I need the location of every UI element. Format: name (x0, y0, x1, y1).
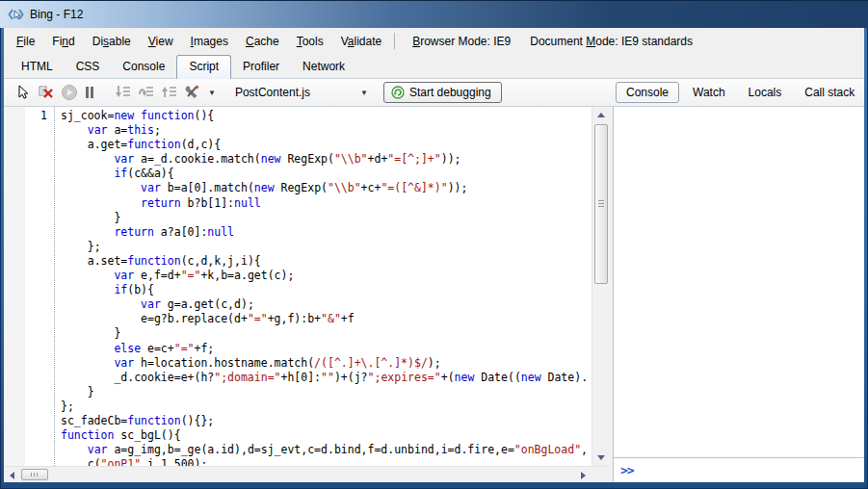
menu-item-file[interactable]: File (8, 31, 43, 52)
code-horizontal-scrollbar-row (4, 466, 610, 482)
code-line: var h=location.hostname.match(/([^.]+\.[… (61, 356, 592, 371)
line-number-gutter: 1 (25, 107, 55, 466)
app-icon (8, 8, 24, 21)
code-line: sc_fadeCb=function(){}; (61, 414, 592, 428)
panel-tab-watch[interactable]: Watch (683, 83, 735, 102)
code-line: return a?a[0]:null (61, 225, 592, 240)
continue-icon[interactable] (58, 82, 81, 103)
menu-item-validate[interactable]: Validate (332, 31, 391, 52)
vertical-scroll-track[interactable] (592, 285, 610, 450)
code-line: } (61, 211, 592, 225)
horizontal-scroll-track[interactable] (49, 467, 575, 482)
console-prompt: >> (620, 463, 634, 477)
code-line: c("onP1",i,1,500); (61, 457, 592, 466)
scroll-up-button[interactable] (592, 107, 610, 123)
window-title: Bing - F12 (30, 8, 83, 21)
code-line: if(c&&a){ (61, 167, 592, 181)
tab-console[interactable]: Console (111, 56, 176, 78)
pointer-icon[interactable] (12, 82, 35, 103)
tab-profiler[interactable]: Profiler (231, 56, 291, 78)
code-vertical-scrollbar[interactable] (592, 107, 610, 466)
code-line: var e,f=d+"="+k,b=a.get(c); (61, 269, 592, 283)
menu-item-view[interactable]: View (140, 31, 182, 52)
code-main: 1 sj_cook=new function(){ var a=this; a.… (4, 107, 610, 466)
app-body: FileFindDisableViewImagesCacheToolsValid… (4, 28, 864, 482)
tab-html[interactable]: HTML (10, 56, 65, 78)
script-toolbar: ▼ PostContent.js ▼ Start debugging Conso… (4, 79, 864, 106)
code-line: var a=this; (61, 123, 592, 138)
code-horizontal-scrollbar[interactable] (4, 467, 592, 482)
menu-separator (394, 33, 395, 49)
title-bar[interactable]: Bing - F12 (0, 0, 868, 28)
code-line: _d.cookie=e+(h?";domain="+h[0]:"")+(j?";… (61, 371, 592, 385)
menu-item-document-mode-ie9-standards[interactable]: Document Mode: IE9 standards (520, 31, 702, 52)
menu-item-cache[interactable]: Cache (237, 31, 288, 52)
step-into-icon[interactable] (112, 82, 135, 103)
code-line: return b?b[1]:null (61, 196, 592, 211)
scrollbar-corner (592, 467, 610, 482)
start-debugging-button[interactable]: Start debugging (383, 82, 502, 103)
scroll-left-button[interactable] (4, 467, 20, 482)
line-number: 1 (40, 109, 47, 122)
console-panel: >> (613, 107, 864, 482)
start-debugging-label: Start debugging (409, 86, 491, 99)
horizontal-scroll-thumb[interactable] (21, 469, 48, 480)
menu-item-tools[interactable]: Tools (288, 31, 332, 52)
menu-item-browser-mode-ie9[interactable]: Browser Mode: IE9 (403, 31, 520, 52)
f12-developer-tools-window: Bing - F12 FileFindDisableViewImagesCach… (0, 0, 868, 489)
start-debugging-icon (391, 86, 405, 99)
tab-css[interactable]: CSS (65, 56, 112, 78)
code-line: } (61, 385, 592, 399)
tools-dropdown-arrow[interactable]: ▼ (208, 89, 216, 97)
console-input-row[interactable]: >> (614, 457, 864, 482)
scroll-down-button[interactable] (592, 450, 610, 466)
file-selector-arrow-icon: ▼ (360, 89, 368, 97)
content-area: 1 sj_cook=new function(){ var a=this; a.… (4, 106, 864, 482)
code-line: sj_cook=new function(){ (61, 109, 592, 123)
main-tab-strip: HTMLCSSConsoleScriptProfilerNetwork (4, 54, 864, 79)
right-panel-tabs: ConsoleWatchLocalsCall stackBreakpoints (614, 79, 864, 106)
tab-network[interactable]: Network (291, 56, 356, 78)
breakpoint-margin[interactable] (4, 107, 25, 466)
code-line: else e=c+"="+f; (61, 342, 592, 356)
menu-item-find[interactable]: Find (43, 31, 83, 52)
console-output[interactable] (614, 107, 864, 457)
scroll-right-button[interactable] (575, 467, 592, 482)
code-line: var a=_d.cookie.match(new RegExp("\\b"+d… (61, 152, 592, 167)
step-out-icon[interactable] (158, 82, 181, 103)
code-line: a.set=function(c,d,k,j,i){ (61, 254, 592, 269)
menu-item-disable[interactable]: Disable (84, 31, 140, 52)
code-line: }; (61, 240, 592, 254)
code-line: var b=a[0].match(new RegExp("\\b"+c+"=([… (61, 181, 592, 195)
tools-icon[interactable] (181, 82, 204, 103)
code-line: e=g?b.replace(d+"="+g,f):b+"&"+f (61, 312, 592, 326)
menu-bar: FileFindDisableViewImagesCacheToolsValid… (4, 28, 864, 54)
clear-breakpoints-icon[interactable] (35, 82, 58, 103)
panel-tab-locals[interactable]: Locals (739, 83, 792, 102)
step-over-icon[interactable] (135, 82, 158, 103)
code-line: function sc_bgL(){ (61, 428, 592, 443)
code-editor[interactable]: sj_cook=new function(){ var a=this; a.ge… (55, 107, 592, 466)
tab-script[interactable]: Script (176, 55, 231, 79)
code-line: } (61, 326, 592, 341)
menu-items: FileFindDisableViewImagesCacheToolsValid… (8, 35, 390, 48)
vertical-scroll-thumb[interactable] (594, 124, 608, 284)
code-line: a.get=function(d,c){ (61, 138, 592, 152)
script-source-panel: 1 sj_cook=new function(){ var a=this; a.… (4, 107, 610, 482)
code-line: var g=a.get(c,d); (61, 297, 592, 312)
panel-tab-call-stack[interactable]: Call stack (795, 83, 864, 102)
menu-item-images[interactable]: Images (182, 31, 237, 52)
code-line: if(b){ (61, 283, 592, 297)
mode-menu-items: Browser Mode: IE9Document Mode: IE9 stan… (403, 35, 702, 48)
script-file-selector[interactable]: PostContent.js ▼ (229, 82, 372, 103)
pause-icon[interactable] (81, 82, 98, 103)
panel-tab-console[interactable]: Console (616, 82, 679, 103)
selected-script-file: PostContent.js (235, 86, 356, 99)
code-line: var a=g_img,b=_ge(a.id),d=sj_evt,c=d.bin… (61, 443, 592, 457)
code-line: }; (61, 399, 592, 414)
